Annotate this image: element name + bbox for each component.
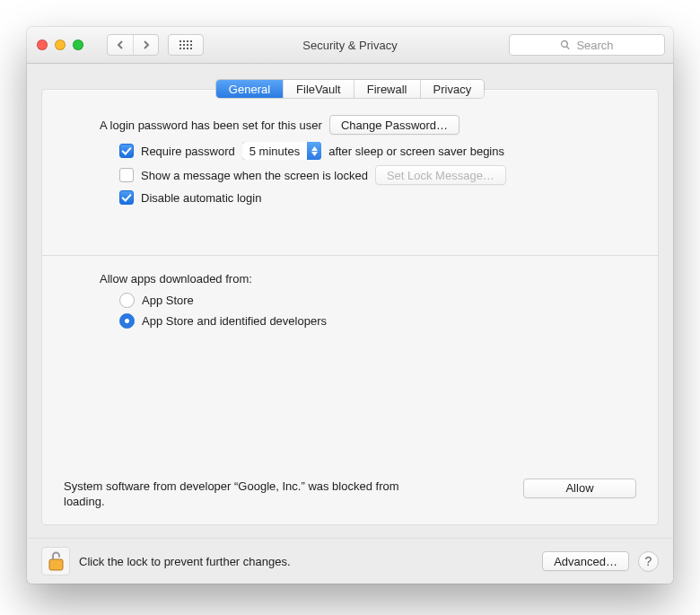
nav-back-button[interactable]: [108, 35, 133, 55]
minimize-window-button[interactable]: [55, 40, 66, 50]
tab-filevault[interactable]: FileVault: [283, 80, 354, 98]
search-placeholder: Search: [576, 39, 613, 52]
require-password-delay-popup[interactable]: 5 minutes: [242, 142, 321, 160]
password-intro-label: A login password has been set for this u…: [100, 119, 322, 132]
search-icon: [560, 40, 571, 50]
unlocked-lock-icon: [47, 550, 65, 572]
lock-button[interactable]: [41, 547, 70, 575]
tab-bar: General FileVault Firewall Privacy: [216, 80, 484, 98]
lock-hint-label: Click the lock to prevent further change…: [79, 555, 291, 568]
tab-label: General: [229, 83, 270, 96]
help-button[interactable]: ?: [638, 551, 659, 572]
allow-apps-appstore-label: App Store: [142, 294, 194, 307]
preferences-window: Security & Privacy Search General FileVa…: [27, 27, 673, 584]
footer: Click the lock to prevent further change…: [27, 538, 673, 584]
blocked-software-row: System software from developer “Google, …: [64, 479, 636, 510]
nav-forward-button[interactable]: [133, 35, 158, 55]
allow-apps-heading: Allow apps downloaded from:: [100, 272, 636, 286]
tab-label: Privacy: [433, 83, 472, 96]
popup-value: 5 minutes: [242, 142, 307, 160]
tab-label: Firewall: [367, 83, 407, 96]
tab-privacy[interactable]: Privacy: [420, 80, 485, 98]
tab-general[interactable]: General: [216, 80, 283, 98]
show-lock-message-checkbox[interactable]: [119, 168, 134, 182]
disable-auto-login-label: Disable automatic login: [141, 191, 261, 205]
close-window-button[interactable]: [37, 40, 48, 50]
allow-apps-identified-radio[interactable]: [119, 313, 135, 329]
require-password-checkbox[interactable]: [119, 144, 134, 158]
allow-apps-appstore-radio[interactable]: [119, 293, 135, 308]
svg-marker-0: [311, 146, 318, 151]
titlebar: Security & Privacy Search: [27, 27, 673, 64]
nav-back-forward: [107, 34, 159, 56]
content-area: General FileVault Firewall Privacy A log…: [27, 64, 673, 538]
show-lock-message-label: Show a message when the screen is locked: [141, 169, 368, 182]
show-all-button[interactable]: [168, 34, 204, 56]
search-field[interactable]: Search: [509, 34, 665, 56]
stepper-arrows-icon: [307, 142, 321, 160]
disable-auto-login-checkbox[interactable]: [119, 190, 134, 205]
blocked-software-message: System software from developer “Google, …: [64, 479, 405, 510]
allow-apps-identified-label: App Store and identified developers: [142, 314, 327, 328]
grid-icon: [179, 40, 192, 49]
require-password-label-post: after sleep or screen saver begins: [328, 145, 504, 158]
zoom-window-button[interactable]: [73, 40, 83, 50]
set-lock-message-button: Set Lock Message…: [375, 165, 506, 185]
window-controls: [37, 40, 83, 50]
allow-blocked-button[interactable]: Allow: [523, 479, 636, 498]
advanced-button[interactable]: Advanced…: [542, 551, 629, 571]
svg-marker-1: [311, 152, 318, 156]
change-password-button[interactable]: Change Password…: [329, 115, 459, 135]
tab-firewall[interactable]: Firewall: [354, 80, 420, 98]
tab-label: FileVault: [296, 83, 341, 96]
general-pane: A login password has been set for this u…: [41, 89, 659, 525]
require-password-label-pre: Require password: [141, 145, 235, 158]
